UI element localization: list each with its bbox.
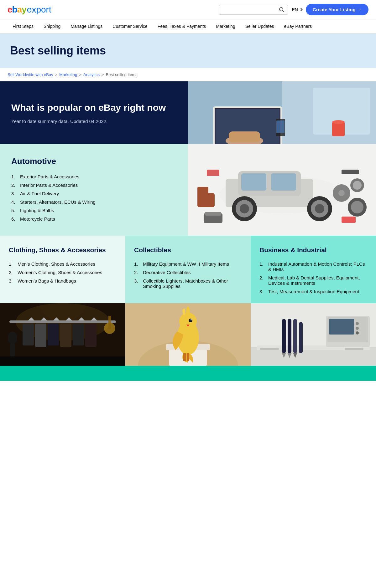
svg-rect-35 (342, 217, 356, 223)
logo-y: y (22, 5, 26, 14)
list-item: 3.Collectible Lighters, Matchboxes & Oth… (134, 277, 242, 290)
svg-rect-12 (276, 120, 285, 133)
list-item: 2.Interior Parts & Accessories (11, 181, 177, 189)
svg-rect-20 (271, 173, 296, 191)
automotive-title: Automotive (11, 156, 177, 166)
clothing-list: 1.Men's Clothing, Shoes & Accessories 2.… (9, 260, 117, 285)
logo-e: e (8, 5, 12, 14)
parrot-illustration (125, 303, 251, 366)
svg-rect-70 (187, 353, 189, 361)
three-col-section: Clothing, Shoes & Accessories 1.Men's Cl… (0, 236, 376, 381)
business-text: Business & Industrial 1.Industrial Autom… (251, 236, 376, 303)
svg-rect-47 (35, 324, 46, 347)
collectibles-text: Collectibles 1.Military Equipment & WW I… (125, 236, 251, 303)
clothing-title: Clothing, Shoes & Accessories (9, 246, 117, 254)
list-item: 1.Industrial Automation & Motion Control… (259, 260, 367, 274)
search-icon (279, 7, 285, 13)
svg-point-26 (315, 204, 324, 213)
svg-rect-76 (293, 319, 297, 353)
nav-item-ebay-partners[interactable]: eBay Partners (279, 19, 317, 33)
popular-image (188, 81, 376, 144)
automotive-list: 1.Exterior Parts & Accessories 2.Interio… (11, 172, 177, 223)
svg-rect-56 (0, 356, 125, 366)
clothing-text: Clothing, Shoes & Accessories 1.Men's Cl… (0, 236, 125, 303)
svg-rect-43 (9, 320, 116, 323)
breadcrumb-marketing[interactable]: Marketing (59, 72, 77, 77)
popular-subtitle: Year to date summary data. Updated 04.20… (11, 119, 177, 124)
business-column: Business & Industrial 1.Industrial Autom… (251, 236, 376, 381)
search-box[interactable] (219, 5, 288, 15)
car-parts-illustration (188, 145, 376, 235)
collectibles-image (125, 303, 251, 366)
lang-selector[interactable]: EN (292, 7, 302, 12)
svg-rect-13 (332, 122, 345, 136)
breadcrumb: Sell Worldwide with eBay > Marketing > A… (0, 68, 376, 81)
list-item: 2.Decorative Collectibles (134, 268, 242, 277)
collectibles-footer (125, 366, 251, 381)
create-listing-button[interactable]: Create Your Listing → (306, 4, 368, 15)
svg-rect-74 (282, 319, 286, 353)
svg-point-23 (240, 204, 249, 213)
popular-section: What is popular on eBay right now Year t… (0, 81, 376, 144)
nav-item-seller-updates[interactable]: Seller Updates (240, 19, 279, 33)
svg-point-14 (332, 120, 345, 124)
breadcrumb-analytics[interactable]: Analytics (83, 72, 100, 77)
svg-point-86 (356, 331, 359, 335)
dental-illustration (251, 303, 376, 366)
popular-title: What is popular on eBay right now (11, 101, 177, 114)
list-item: 3.Test, Measurement & Inspection Equipme… (259, 287, 367, 296)
nav-item-marketing[interactable]: Marketing (211, 19, 240, 33)
nav-item-first-steps[interactable]: First Steps (8, 19, 39, 33)
svg-point-39 (338, 190, 345, 196)
create-listing-label: Create Your Listing → (313, 7, 362, 12)
logo-a: a (17, 5, 22, 14)
svg-rect-69 (183, 353, 186, 361)
svg-rect-30 (197, 187, 208, 198)
search-input[interactable] (222, 7, 279, 12)
svg-point-67 (189, 319, 192, 322)
svg-rect-60 (10, 343, 15, 356)
list-item: 2.Women's Clothing, Shoes & Accessories (9, 268, 117, 277)
svg-rect-75 (288, 319, 291, 353)
logo-ebay: ebay (8, 5, 26, 15)
collectibles-list: 1.Military Equipment & WW II Military It… (134, 260, 242, 290)
collectibles-column: Collectibles 1.Military Equipment & WW I… (125, 236, 251, 381)
clothing-footer (0, 366, 125, 381)
nav-item-customer-service[interactable]: Customer Service (107, 19, 152, 33)
list-item: 2.Medical, Lab & Dental Supplies, Equipm… (259, 274, 367, 287)
svg-rect-51 (60, 324, 71, 347)
clothing-column: Clothing, Shoes & Accessories 1.Men's Cl… (0, 236, 125, 381)
breadcrumb-sep-1: > (55, 72, 58, 77)
svg-point-85 (356, 327, 359, 330)
automotive-text: Automotive 1.Exterior Parts & Accessorie… (0, 144, 188, 236)
collectibles-title: Collectibles (134, 246, 242, 254)
automotive-section: Automotive 1.Exterior Parts & Accessorie… (0, 144, 376, 236)
svg-point-84 (356, 322, 359, 325)
svg-point-66 (179, 313, 197, 330)
clothing-rack-illustration (0, 303, 125, 366)
list-item: 3.Women's Bags & Handbags (9, 277, 117, 285)
list-item: 6.Motorcycle Parts (11, 215, 177, 223)
nav-item-manage-listings[interactable]: Manage Listings (65, 19, 107, 33)
list-item: 3.Air & Fuel Delivery (11, 189, 177, 198)
list-item: 5.Lighting & Bulbs (11, 206, 177, 215)
breadcrumb-current: Best selling items (106, 72, 138, 77)
svg-rect-88 (345, 348, 363, 350)
clothing-image (0, 303, 125, 366)
svg-rect-77 (299, 322, 303, 353)
svg-rect-49 (48, 324, 59, 345)
svg-rect-83 (329, 319, 354, 335)
header: ebay export EN Create Your Listing → (0, 0, 376, 19)
search-button[interactable] (279, 7, 285, 13)
svg-point-68 (191, 319, 192, 320)
nav-item-fees[interactable]: Fees, Taxes & Payments (153, 19, 211, 33)
list-item: 1.Exterior Parts & Accessories (11, 172, 177, 181)
nav-item-shipping[interactable]: Shipping (39, 19, 66, 33)
svg-rect-58 (108, 316, 111, 329)
popular-text: What is popular on eBay right now Year t… (0, 81, 188, 144)
laptop-illustration (188, 81, 376, 144)
breadcrumb-sell[interactable]: Sell Worldwide with eBay (8, 72, 53, 77)
svg-rect-53 (73, 324, 84, 345)
main-nav: First Steps Shipping Manage Listings Cus… (0, 19, 376, 33)
svg-point-59 (8, 331, 17, 344)
